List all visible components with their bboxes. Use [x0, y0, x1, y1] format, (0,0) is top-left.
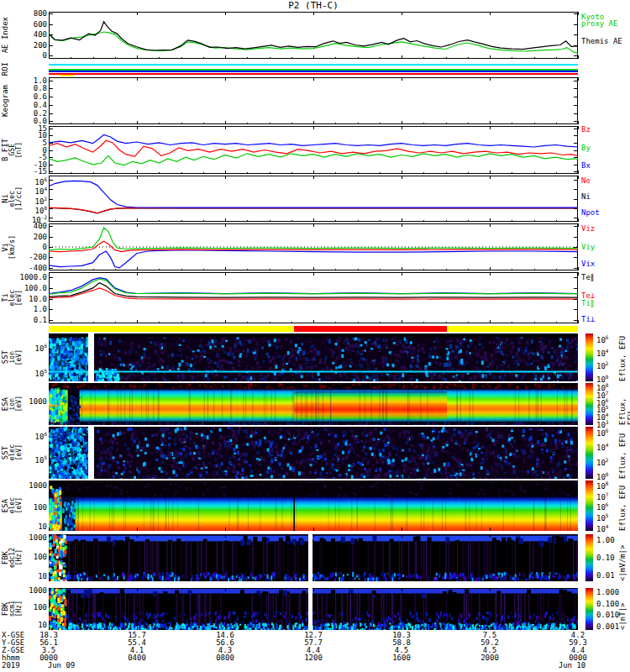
x-tick	[137, 176, 138, 179]
bfit-ytick-label: -15	[10, 168, 47, 175]
x-minor-tick	[534, 322, 535, 323]
x-tick	[137, 320, 138, 323]
x-minor-tick	[181, 269, 182, 270]
y-tick	[50, 208, 53, 209]
x-minor-tick	[291, 220, 292, 222]
bfit-legend-By: By	[581, 144, 630, 151]
x-minor-tick	[358, 220, 359, 222]
sst_elec-ytick-label: 106	[10, 431, 47, 440]
x-minor-tick	[335, 123, 336, 124]
y-tick	[50, 129, 53, 129]
x-minor-tick	[247, 57, 248, 59]
vi-ytick-label: 200	[10, 234, 47, 240]
x-tick	[578, 77, 579, 81]
x-minor-tick	[159, 123, 160, 124]
y-tick	[574, 88, 577, 89]
y-tick	[574, 129, 577, 129]
sst_elec-colorbar	[585, 427, 593, 479]
x-minor-tick	[423, 220, 424, 222]
x-minor-tick	[556, 220, 557, 222]
y-tick	[574, 257, 577, 258]
x-tick	[402, 267, 402, 270]
x-tick	[225, 55, 226, 59]
x-tick	[313, 176, 314, 179]
x-minor-tick	[380, 123, 381, 124]
y-tick	[50, 320, 53, 321]
ni-ytick-label: 106	[10, 176, 47, 186]
y-tick	[50, 309, 53, 310]
x-minor-tick	[270, 172, 270, 174]
y-tick	[50, 277, 53, 278]
vi-series-Viz	[49, 241, 578, 251]
date-right-label: Jun 10	[543, 662, 601, 669]
roi-strip	[49, 62, 578, 76]
x-minor-tick	[115, 57, 116, 59]
x-minor-tick	[534, 269, 535, 270]
x-tick	[137, 12, 138, 15]
x-tick	[313, 272, 314, 276]
x-tick	[225, 320, 226, 323]
x-tick	[225, 218, 226, 222]
x-tick	[137, 267, 138, 270]
x-tick	[313, 223, 314, 227]
x-tick	[137, 77, 138, 81]
x-minor-tick	[93, 57, 94, 59]
x-minor-tick	[468, 269, 469, 270]
y-tick	[50, 299, 53, 300]
esa_ion-ytick-label: 1000	[10, 398, 47, 405]
x-minor-tick	[468, 220, 469, 222]
ti-ytick-label: 100.0	[10, 285, 47, 291]
x-minor-tick	[93, 269, 94, 270]
x-minor-tick	[115, 172, 116, 174]
roi-line	[49, 73, 578, 75]
sst_elec-cb-unit: Eflux, EFU	[618, 427, 627, 479]
y-tick	[574, 237, 577, 238]
ylabel-line: AE Index	[2, 17, 9, 53]
fbk_e-ytick-label: 100	[10, 554, 47, 560]
x-minor-tick	[203, 123, 204, 124]
ylabel-line: Keogram	[2, 85, 9, 117]
y-tick	[50, 218, 53, 218]
x-minor-tick	[380, 220, 381, 222]
x-minor-tick	[556, 322, 557, 323]
y-tick	[574, 288, 577, 289]
x-minor-tick	[512, 322, 512, 323]
sst_elec-spectrogram	[49, 427, 578, 479]
x-tick	[402, 176, 402, 179]
x-minor-tick	[468, 57, 469, 59]
x-tick	[578, 12, 579, 15]
x-minor-tick	[71, 269, 71, 270]
x-tick	[490, 176, 491, 179]
x-minor-tick	[423, 172, 424, 174]
ti-legend-Ti: Ti⊥	[581, 316, 630, 323]
y-tick	[574, 24, 577, 25]
x-minor-tick	[335, 220, 336, 222]
esa_elec-ytick-label: 1000	[10, 482, 47, 489]
x-tick	[313, 171, 314, 174]
x-minor-tick	[93, 220, 94, 222]
x-minor-tick	[380, 322, 381, 323]
y-tick	[574, 45, 577, 46]
x-minor-tick	[159, 322, 160, 323]
esa_elec-spectrogram	[49, 480, 578, 531]
x-tick	[225, 272, 226, 276]
bfit-legend-Bx: Bx	[581, 162, 630, 169]
sst_ion-colorbar	[585, 333, 593, 381]
y-tick	[50, 55, 53, 56]
sst_ion-ytick-label: 105	[10, 368, 47, 377]
date-left-label: Jun 09	[32, 662, 91, 669]
x-minor-tick	[270, 269, 270, 270]
fbk_b-ytick-label: 100	[10, 604, 47, 611]
x-minor-tick	[291, 123, 292, 124]
sst_ion-ytick-label: 106	[10, 343, 47, 352]
x-tick	[225, 171, 226, 174]
x-minor-tick	[534, 123, 535, 124]
y-tick	[50, 88, 53, 89]
x-tick	[578, 55, 579, 59]
ephemeris-value: 0400	[108, 654, 166, 662]
x-minor-tick	[423, 269, 424, 270]
y-tick	[574, 150, 577, 151]
x-minor-tick	[291, 269, 292, 270]
y-tick	[50, 257, 53, 258]
x-tick	[578, 320, 579, 323]
